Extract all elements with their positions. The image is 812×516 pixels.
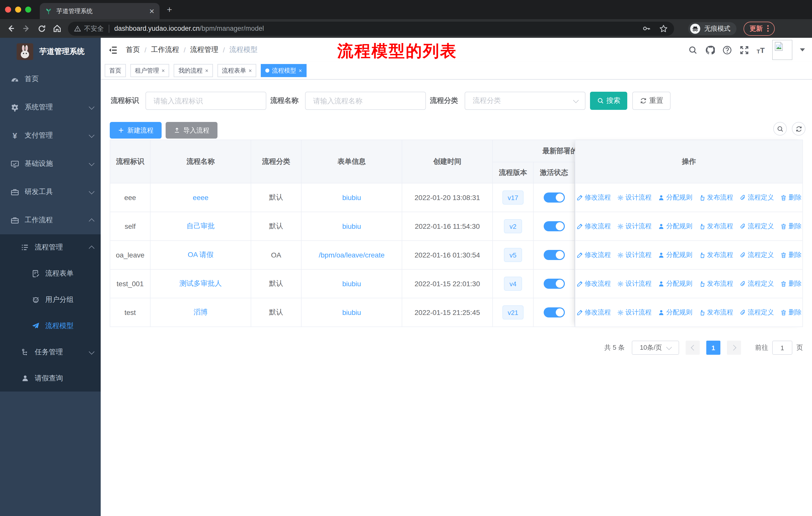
- maximize-window-icon[interactable]: [25, 6, 31, 12]
- goto-page-input[interactable]: [772, 341, 792, 355]
- assign-rule-action[interactable]: 分配规则: [658, 222, 692, 231]
- sidebar-item-leave-query[interactable]: 请假查询: [0, 365, 101, 391]
- assign-rule-action[interactable]: 分配规则: [658, 279, 692, 288]
- breadcrumb-process-mgmt[interactable]: 流程管理: [190, 45, 219, 54]
- delete-action[interactable]: 删除: [780, 250, 802, 260]
- import-process-button[interactable]: 导入流程: [166, 122, 218, 139]
- github-icon[interactable]: [705, 45, 715, 55]
- process-name-link[interactable]: eeee: [193, 193, 208, 201]
- sidebar-item-system[interactable]: 系统管理: [0, 93, 101, 121]
- delete-action[interactable]: 删除: [780, 222, 802, 231]
- active-toggle[interactable]: [544, 307, 564, 318]
- publish-process-action[interactable]: 发布流程: [698, 308, 733, 317]
- tag-process-model[interactable]: 流程模型×: [261, 64, 307, 77]
- process-name-link[interactable]: OA 请假: [188, 250, 214, 260]
- create-process-button[interactable]: 新建流程: [110, 122, 162, 139]
- sidebar-item-task-mgmt[interactable]: 任务管理: [0, 339, 101, 365]
- close-icon[interactable]: ×: [162, 68, 165, 73]
- font-size-icon[interactable]: TT: [757, 46, 765, 54]
- browser-update-button[interactable]: 更新: [744, 21, 775, 35]
- help-icon[interactable]: [722, 45, 732, 55]
- edit-process-action[interactable]: 修改流程: [576, 222, 611, 231]
- publish-process-action[interactable]: 发布流程: [698, 279, 733, 288]
- page-number-current[interactable]: 1: [706, 341, 720, 355]
- address-bar[interactable]: 不安全 dashboard.yudao.iocoder.cn/bpm/manag…: [68, 21, 674, 35]
- tag-process-form[interactable]: 流程表单×: [218, 64, 257, 77]
- process-definition-action[interactable]: 流程定义: [739, 279, 774, 288]
- sidebar-item-user-group[interactable]: 用户分组: [0, 287, 101, 313]
- close-window-icon[interactable]: [5, 6, 11, 12]
- tag-my-process[interactable]: 我的流程×: [174, 64, 213, 77]
- active-toggle[interactable]: [544, 192, 564, 202]
- edit-process-action[interactable]: 修改流程: [576, 308, 611, 317]
- bookmark-star-icon[interactable]: [659, 24, 668, 33]
- sidebar-item-infra[interactable]: 基础设施: [0, 150, 101, 178]
- publish-process-action[interactable]: 发布流程: [698, 193, 733, 202]
- publish-process-action[interactable]: 发布流程: [698, 250, 733, 260]
- search-button[interactable]: 搜索: [590, 92, 627, 110]
- tag-home[interactable]: 首页: [105, 64, 126, 77]
- sidebar-item-process-mgmt[interactable]: 流程管理: [0, 234, 101, 261]
- sidebar-item-process-form[interactable]: 流程表单: [0, 261, 101, 287]
- assign-rule-action[interactable]: 分配规则: [658, 193, 692, 202]
- process-definition-action[interactable]: 流程定义: [739, 222, 774, 231]
- edit-process-action[interactable]: 修改流程: [576, 193, 611, 202]
- prev-page-button[interactable]: [686, 341, 700, 355]
- form-link[interactable]: biubiu: [342, 193, 361, 201]
- process-name-link[interactable]: 自己审批: [186, 222, 215, 231]
- process-name-input[interactable]: [305, 92, 426, 110]
- process-definition-action[interactable]: 流程定义: [739, 250, 774, 260]
- delete-action[interactable]: 删除: [780, 193, 802, 202]
- forward-icon[interactable]: [22, 24, 31, 33]
- process-category-select[interactable]: 流程分类: [465, 92, 585, 110]
- sidebar-fold-icon[interactable]: [108, 45, 118, 55]
- reload-icon[interactable]: [37, 24, 46, 33]
- process-definition-action[interactable]: 流程定义: [739, 308, 774, 317]
- close-icon[interactable]: ×: [205, 68, 208, 73]
- process-name-link[interactable]: 测试多审批人: [179, 279, 222, 288]
- form-link[interactable]: biubiu: [342, 222, 361, 230]
- design-process-action[interactable]: 设计流程: [617, 279, 652, 288]
- browser-menu-icon[interactable]: [767, 25, 769, 32]
- tag-tenant-mgmt[interactable]: 租户管理×: [130, 64, 169, 77]
- sidebar-item-home[interactable]: 首页: [0, 65, 101, 93]
- active-toggle[interactable]: [544, 221, 564, 231]
- process-definition-action[interactable]: 流程定义: [739, 193, 774, 202]
- process-name-link[interactable]: 滔博: [194, 308, 208, 317]
- edit-process-action[interactable]: 修改流程: [576, 250, 611, 260]
- sidebar-item-devtools[interactable]: 研发工具: [0, 178, 101, 206]
- browser-tab[interactable]: 芋道管理系统 ✕: [40, 3, 160, 19]
- tab-close-icon[interactable]: ✕: [149, 8, 154, 15]
- assign-rule-action[interactable]: 分配规则: [658, 308, 692, 317]
- avatar[interactable]: [772, 40, 792, 60]
- sidebar-item-workflow[interactable]: 工作流程: [0, 206, 101, 234]
- refresh-table-button[interactable]: [792, 122, 806, 136]
- search-icon[interactable]: [688, 45, 698, 55]
- delete-action[interactable]: 删除: [780, 279, 802, 288]
- page-size-select[interactable]: 10条/页: [632, 341, 679, 355]
- new-tab-button[interactable]: ＋: [165, 5, 174, 13]
- next-page-button[interactable]: [727, 341, 741, 355]
- breadcrumb-home[interactable]: 首页: [126, 45, 140, 54]
- minimize-window-icon[interactable]: [15, 6, 21, 12]
- active-toggle[interactable]: [544, 279, 564, 289]
- form-link[interactable]: biubiu: [342, 308, 361, 317]
- avatar-caret-down-icon[interactable]: [800, 48, 805, 51]
- breadcrumb-workflow[interactable]: 工作流程: [151, 45, 179, 54]
- sidebar-item-payment[interactable]: ¥ 支付管理: [0, 121, 101, 150]
- toggle-search-button[interactable]: [773, 122, 787, 136]
- form-link[interactable]: biubiu: [342, 280, 361, 288]
- design-process-action[interactable]: 设计流程: [617, 222, 652, 231]
- process-key-input[interactable]: [145, 92, 266, 110]
- saved-passwords-key-icon[interactable]: [642, 24, 651, 33]
- sidebar-item-process-model[interactable]: 流程模型: [0, 313, 101, 339]
- reset-button[interactable]: 重置: [632, 92, 671, 110]
- edit-process-action[interactable]: 修改流程: [576, 279, 611, 288]
- publish-process-action[interactable]: 发布流程: [698, 222, 733, 231]
- design-process-action[interactable]: 设计流程: [617, 193, 652, 202]
- close-icon[interactable]: ×: [249, 68, 252, 73]
- active-toggle[interactable]: [544, 250, 564, 260]
- delete-action[interactable]: 删除: [780, 308, 802, 317]
- design-process-action[interactable]: 设计流程: [617, 250, 652, 260]
- assign-rule-action[interactable]: 分配规则: [658, 250, 692, 260]
